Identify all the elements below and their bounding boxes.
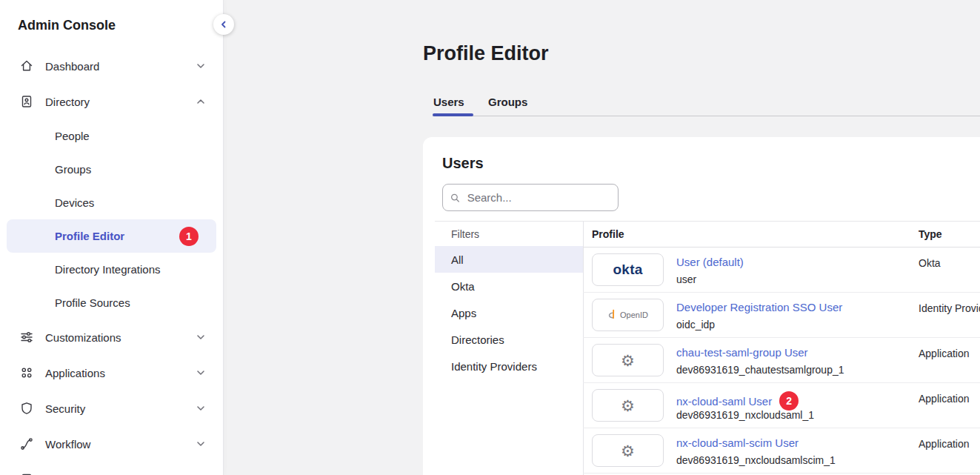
sidebar-item-label: Dashboard <box>45 60 99 73</box>
main-content: Profile Editor Users Groups Users Filter… <box>224 0 980 475</box>
sidebar-item-customizations[interactable]: Customizations <box>0 319 223 355</box>
search-icon <box>450 193 460 203</box>
sidebar-item-label: Directory Integrations <box>55 263 161 276</box>
profile-link[interactable]: chau-test-saml-group User <box>676 346 808 359</box>
column-header-type: Type <box>919 228 942 240</box>
chevron-down-icon <box>196 368 205 377</box>
openid-glyph-icon <box>607 309 617 321</box>
column-header-profile: Profile <box>592 228 624 240</box>
sidebar-item-partial[interactable] <box>0 462 223 475</box>
type-cell: Application <box>919 438 970 450</box>
table-row: okta User (default) user Okta <box>583 248 980 293</box>
sidebar-item-workflow[interactable]: Workflow <box>0 426 223 462</box>
table-row: ⚙ nx-cloud-saml-scim User dev86931619_nx… <box>583 428 980 474</box>
profiles-table: Profile Type okta User (default) user Ok… <box>583 222 980 474</box>
sidebar-item-label: Security <box>45 402 85 415</box>
okta-logo: okta <box>592 253 664 286</box>
apps-grid-icon <box>19 365 34 380</box>
chevron-down-icon <box>196 333 205 342</box>
type-cell: Application <box>919 348 970 359</box>
search-box[interactable] <box>442 184 619 211</box>
profile-link[interactable]: nx-cloud-saml User <box>676 395 772 408</box>
annotation-badge-2: 2 <box>779 391 799 411</box>
table-header: Profile Type <box>583 222 980 248</box>
app-title: Admin Console <box>0 0 223 48</box>
profile-link[interactable]: Developer Registration SSO User <box>676 301 842 313</box>
chevron-left-icon <box>219 20 228 29</box>
sidebar-item-label: Applications <box>45 367 105 379</box>
chevron-up-icon <box>196 97 205 106</box>
home-icon <box>19 59 34 73</box>
filters-panel: Filters All Okta Apps Directories Identi… <box>435 222 583 379</box>
sidebar-item-profile-editor[interactable]: Profile Editor 1 <box>7 219 216 253</box>
sidebar-item-security[interactable]: Security <box>0 391 223 426</box>
profile-link-group: nx-cloud-saml User 2 <box>676 391 799 411</box>
sidebar-item-label: Customizations <box>45 331 121 344</box>
sidebar-item-directory[interactable]: Directory <box>0 84 223 119</box>
tab-users[interactable]: Users <box>433 96 464 108</box>
sidebar-item-label: Profile Editor <box>55 230 124 242</box>
reports-icon <box>19 472 34 475</box>
sidebar-collapse-button[interactable] <box>213 14 234 35</box>
users-panel: Users Filters All Okta Apps Directories … <box>423 137 980 475</box>
panel-heading: Users <box>442 155 484 172</box>
type-cell: Identity Provider <box>919 302 980 314</box>
table-row: OpenID Developer Registration SSO User o… <box>583 293 980 338</box>
sidebar-item-label: Directory <box>45 96 90 108</box>
filter-option-okta[interactable]: Okta <box>435 273 583 299</box>
sidebar-item-label: Devices <box>55 196 94 209</box>
annotation-badge-1: 1 <box>179 227 199 246</box>
filters-label: Filters <box>435 222 583 246</box>
tab-divider <box>433 116 980 116</box>
sidebar-item-profile-sources[interactable]: Profile Sources <box>0 286 223 319</box>
filter-option-directories[interactable]: Directories <box>435 326 583 353</box>
page-title: Profile Editor <box>423 42 549 65</box>
sidebar-item-label: People <box>55 130 90 142</box>
sidebar: Admin Console Dashboard Directory People… <box>0 0 224 475</box>
sidebar-item-label: Workflow <box>45 438 90 451</box>
profile-shortname: user <box>676 273 696 285</box>
sidebar-item-people[interactable]: People <box>0 119 223 153</box>
app-logo-box: ⚙ <box>592 344 664 376</box>
profile-link[interactable]: User (default) <box>676 256 744 268</box>
profile-shortname: dev86931619_nxcloudsamlscim_1 <box>676 454 836 466</box>
chevron-down-icon <box>196 62 205 70</box>
chevron-down-icon <box>196 439 205 448</box>
sidebar-item-label: Profile Sources <box>55 296 130 309</box>
type-cell: Application <box>919 393 970 405</box>
sidebar-item-devices[interactable]: Devices <box>0 186 223 219</box>
table-row: ⚙ nx-cloud-saml User 2 dev86931619_nxclo… <box>583 383 980 428</box>
gear-icon: ⚙ <box>621 443 635 459</box>
openid-logo: OpenID <box>592 299 664 331</box>
tab-groups[interactable]: Groups <box>488 96 527 108</box>
filter-option-all[interactable]: All <box>435 246 583 273</box>
sidebar-item-dashboard[interactable]: Dashboard <box>0 48 223 84</box>
search-input[interactable] <box>466 190 610 205</box>
type-cell: Okta <box>919 257 941 269</box>
profile-shortname: oidc_idp <box>676 319 715 330</box>
app-logo-box: ⚙ <box>592 434 664 467</box>
profile-link[interactable]: nx-cloud-saml-scim User <box>676 436 799 449</box>
profile-shortname: dev86931619_chautestsamlgroup_1 <box>676 364 844 376</box>
filter-option-apps[interactable]: Apps <box>435 299 583 326</box>
directory-icon <box>19 94 34 109</box>
filter-option-identity-providers[interactable]: Identity Providers <box>435 353 583 379</box>
workflow-icon <box>19 436 34 451</box>
sliders-icon <box>19 330 34 345</box>
shield-icon <box>19 401 34 416</box>
gear-icon: ⚙ <box>621 353 635 368</box>
sidebar-item-applications[interactable]: Applications <box>0 355 223 391</box>
app-logo-box: ⚙ <box>592 389 664 422</box>
profile-shortname: dev86931619_nxcloudsaml_1 <box>676 409 814 421</box>
sidebar-item-directory-integrations[interactable]: Directory Integrations <box>0 253 223 286</box>
sidebar-item-groups[interactable]: Groups <box>0 153 223 186</box>
sidebar-item-label: Groups <box>55 163 91 176</box>
table-row: ⚙ chau-test-saml-group User dev86931619_… <box>583 338 980 383</box>
active-tab-underline <box>433 113 473 116</box>
chevron-down-icon <box>196 404 205 413</box>
gear-icon: ⚙ <box>621 398 635 413</box>
